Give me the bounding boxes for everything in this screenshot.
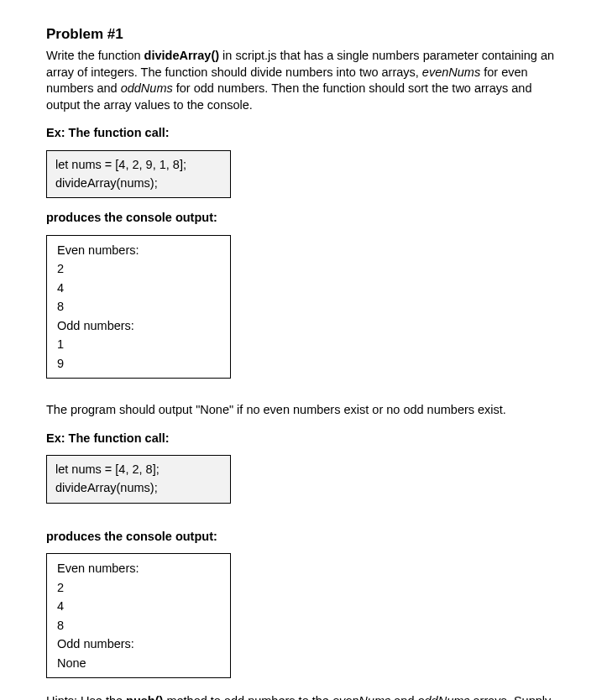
out1-value: 2 <box>57 259 220 278</box>
out2-header-even: Even numbers: <box>57 559 220 577</box>
out2-header-odd: Odd numbers: <box>57 635 220 653</box>
code1-line2: divideArray(nums); <box>55 175 222 193</box>
hints-evennums: evenNums <box>332 694 390 700</box>
produces-label-2: produces the console output: <box>46 529 561 546</box>
out1-header-odd: Odd numbers: <box>57 316 220 335</box>
example-label-2: Ex: The function call: <box>46 431 561 447</box>
problem-title: Problem #1 <box>46 25 561 44</box>
out1-value: 8 <box>57 297 220 316</box>
code2-line1: let nums = [4, 2, 8]; <box>55 461 222 479</box>
output-box-2: Even numbers: 2 4 8 Odd numbers: None <box>46 553 231 678</box>
hints-paragraph: Hints: Use the push() method to add numb… <box>46 693 561 700</box>
out2-value: 2 <box>57 578 220 597</box>
out2-value: 4 <box>57 597 220 615</box>
code1-line1: let nums = [4, 2, 9, 1, 8]; <box>55 156 222 175</box>
code-box-2: let nums = [4, 2, 8]; divideArray(nums); <box>46 455 231 504</box>
intro-func-name: divideArray() <box>144 49 219 62</box>
hints-text-2: method to add numbers to the <box>163 694 332 700</box>
code2-line2: divideArray(nums); <box>55 479 222 498</box>
hints-push: push() <box>126 694 163 700</box>
intro-evennums: evenNums <box>422 65 480 79</box>
intro-text-1: Write the function <box>46 49 144 62</box>
output-box-1: Even numbers: 2 4 8 Odd numbers: 1 9 <box>46 235 231 379</box>
intro-paragraph: Write the function divideArray() in scri… <box>46 48 561 113</box>
out1-value: 1 <box>57 335 220 353</box>
produces-label-1: produces the console output: <box>46 210 561 227</box>
none-paragraph: The program should output "None" if no e… <box>46 402 561 419</box>
hints-text-1: Hints: Use the <box>46 694 126 700</box>
example-label-1: Ex: The function call: <box>46 125 561 142</box>
hints-oddnums: oddNums <box>417 694 469 700</box>
hints-text-3: and <box>390 694 417 700</box>
out1-value: 4 <box>57 279 220 297</box>
out2-value: 8 <box>57 616 220 635</box>
out2-value: None <box>57 654 220 672</box>
code-box-1: let nums = [4, 2, 9, 1, 8]; divideArray(… <box>46 150 231 199</box>
out1-header-even: Even numbers: <box>57 241 220 259</box>
out1-value: 9 <box>57 354 220 373</box>
intro-oddnums: oddNums <box>121 81 173 95</box>
